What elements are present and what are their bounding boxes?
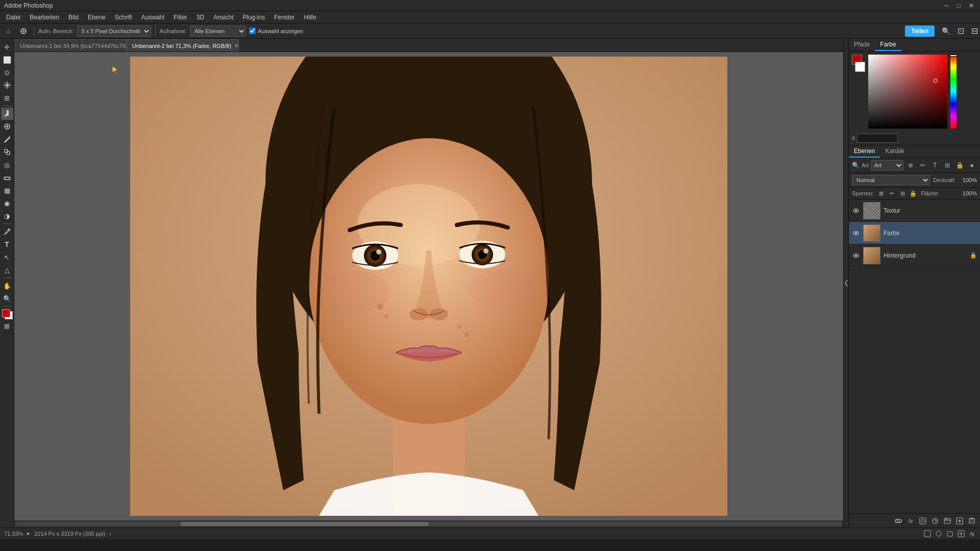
menu-3d[interactable]: 3D <box>192 13 208 22</box>
hex-input[interactable] <box>857 134 898 143</box>
svg-point-61 <box>936 531 941 536</box>
tool-eyedropper[interactable] <box>1 108 13 120</box>
tool-path-select[interactable]: ↖ <box>1 251 13 263</box>
aufnahme-label: Aufnahme: <box>160 28 187 34</box>
canvas-image[interactable] <box>130 57 727 516</box>
tab-kanaele[interactable]: Kanäle <box>880 145 909 158</box>
tab-pfade[interactable]: Pfade <box>849 39 875 51</box>
minimize-button[interactable]: ─ <box>942 2 951 9</box>
tab-farbe[interactable]: Farbe <box>875 39 901 51</box>
layer-textur[interactable]: Textur <box>849 199 980 222</box>
tab-ebenen[interactable]: Ebenen <box>849 145 880 158</box>
tool-hand[interactable]: ✋ <box>1 280 13 292</box>
filter-btn-3[interactable]: T <box>930 160 940 170</box>
svg-point-27 <box>376 249 381 255</box>
lock-pixels-btn[interactable]: ⊠ <box>876 189 886 198</box>
aufn-bereich-select[interactable]: 5 x 5 Pixel Durchschnitt <box>77 26 151 37</box>
layer-farbe[interactable]: Farbe <box>849 222 980 244</box>
tool-pen[interactable] <box>1 226 13 238</box>
layer-delete-btn[interactable] <box>967 516 977 526</box>
tab-1[interactable]: Unbenannt-1 bei 34,9% (bca77544d76c791f.… <box>14 39 127 52</box>
saturation-gradient[interactable] <box>868 55 947 129</box>
tool-dodge[interactable]: ◑ <box>1 210 13 222</box>
lock-artboard-btn[interactable]: ⊞ <box>898 189 907 198</box>
menu-schrift[interactable]: Schrift <box>111 13 136 22</box>
menu-fenster[interactable]: Fenster <box>270 13 299 22</box>
blend-mode-select[interactable]: Normal <box>852 175 930 185</box>
menu-ansicht[interactable]: Ansicht <box>209 13 237 22</box>
tool-history-brush[interactable]: ◎ <box>1 159 13 171</box>
tab-2-close[interactable]: ✕ <box>234 43 238 48</box>
tool-move[interactable]: ✛ <box>1 41 13 53</box>
hscroll-thumb[interactable] <box>181 522 429 526</box>
tool-heal[interactable] <box>1 120 13 133</box>
teilen-button[interactable]: Teilen <box>905 26 935 37</box>
menu-datei[interactable]: Datei <box>2 13 24 22</box>
lock-icons: ⊠ ✏ ⊞ 🔒 <box>876 189 918 198</box>
color-panel-tabs: Pfade Farbe <box>849 39 980 52</box>
layout-icon[interactable]: ⊟ <box>971 26 978 36</box>
collapse-panel[interactable] <box>843 39 848 528</box>
tool-mode[interactable]: ⊠ <box>1 320 13 332</box>
tool-magic-wand[interactable] <box>1 79 13 91</box>
menu-bild[interactable]: Bild <box>64 13 83 22</box>
tool-clone[interactable] <box>1 146 13 158</box>
menu-plugins[interactable]: Plug-ins <box>239 13 269 22</box>
canvas-viewport[interactable] <box>14 52 843 520</box>
filter-btn-2[interactable]: ✏ <box>918 160 928 170</box>
tool-shape[interactable]: △ <box>1 264 13 276</box>
layer-group-btn[interactable] <box>942 516 952 526</box>
aufnahme-select[interactable]: Alle Ebenen <box>190 26 246 37</box>
filter-btn-5[interactable]: 🔒 <box>954 160 965 170</box>
tool-blur[interactable]: ◉ <box>1 197 13 209</box>
fg-color-swatch[interactable] <box>1 308 13 319</box>
tool-separator-4 <box>3 306 12 307</box>
tool-lasso[interactable]: ⊙ <box>1 66 13 79</box>
hscroll-track[interactable] <box>15 522 842 526</box>
tool-gradient[interactable]: ▦ <box>1 184 13 196</box>
color-gradient[interactable] <box>868 55 947 129</box>
layer-textur-visibility[interactable] <box>852 207 860 215</box>
canvas-hscroll[interactable] <box>14 520 843 528</box>
layer-fx-btn[interactable]: fx <box>905 516 916 526</box>
tool-text[interactable]: T <box>1 238 13 251</box>
brush-options-icon[interactable] <box>17 25 30 37</box>
tool-eraser[interactable] <box>1 171 13 184</box>
right-panel: Pfade Farbe <box>848 39 980 528</box>
layer-hintergrund[interactable]: Hintergrund 🔒 <box>849 244 980 267</box>
filter-btn-4[interactable]: ⊞ <box>942 160 952 170</box>
bg-color-swatch[interactable] <box>855 62 865 72</box>
hue-slider[interactable] <box>950 55 957 129</box>
lock-position-btn[interactable]: ✏ <box>887 189 896 198</box>
tab-2[interactable]: Unbenannt-2 bei 71,3% (Farbe, RGB/8) ✕ <box>127 39 239 52</box>
filter-select[interactable]: Art <box>871 160 903 170</box>
layer-link-btn[interactable] <box>893 516 903 526</box>
tool-crop[interactable]: ⊞ <box>1 92 13 104</box>
status-separator: ▸ <box>27 530 30 537</box>
left-toolbar: ✛ ⬜ ⊙ ⊞ ◎ ▦ ◉ ◑ T ↖ △ <box>0 39 14 528</box>
layer-hintergrund-visibility[interactable] <box>852 252 860 260</box>
layer-new-btn[interactable] <box>954 516 965 526</box>
menu-bearbeiten[interactable]: Bearbeiten <box>26 13 63 22</box>
menu-auswahl[interactable]: Auswahl <box>137 13 168 22</box>
tool-brush[interactable] <box>1 133 13 145</box>
layer-adjustment-btn[interactable] <box>930 516 940 526</box>
menu-ebene[interactable]: Ebene <box>84 13 110 22</box>
layer-farbe-visibility[interactable] <box>852 229 860 237</box>
menu-hilfe[interactable]: Hilfe <box>300 13 321 22</box>
close-button[interactable]: ✕ <box>967 2 976 9</box>
arrange-icon[interactable]: ⊡ <box>958 26 964 36</box>
filter-btn-1[interactable]: ⊕ <box>905 160 916 170</box>
auswahl-anzeigen-checkbox[interactable]: Auswahl anzeigen <box>249 28 303 34</box>
lock-all-btn[interactable]: 🔒 <box>909 189 918 198</box>
tool-zoom[interactable]: 🔍 <box>1 292 13 305</box>
tool-select-rect[interactable]: ⬜ <box>1 54 13 66</box>
filter-toggle[interactable]: ● <box>967 160 977 170</box>
menu-filter[interactable]: Filter <box>169 13 191 22</box>
search-icon[interactable]: 🔍 <box>942 27 950 35</box>
auswahl-anzeigen-input[interactable] <box>249 28 256 34</box>
home-icon[interactable]: ⌂ <box>2 25 14 37</box>
layer-mask-btn[interactable] <box>918 516 928 526</box>
maximize-button[interactable]: □ <box>955 2 963 9</box>
svg-marker-17 <box>5 177 10 180</box>
